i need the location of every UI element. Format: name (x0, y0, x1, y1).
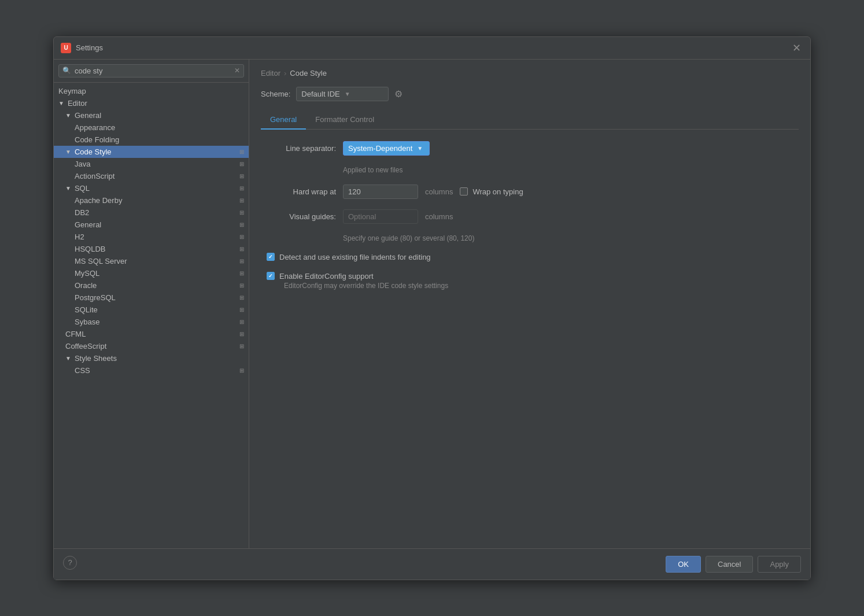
tab-formatter-control[interactable]: Formatter Control (306, 110, 383, 130)
sidebar-item-editor[interactable]: ▼ Editor (54, 97, 249, 109)
clear-icon[interactable]: ✕ (234, 67, 240, 75)
sidebar: 🔍 ✕ Keymap ▼ Editor ▼ General (54, 60, 249, 548)
dialog-title: Settings (76, 43, 103, 52)
sidebar-item-label: Oracle (75, 281, 97, 290)
page-icon: ⊞ (239, 258, 244, 264)
sidebar-item-label: Editor (68, 99, 87, 108)
sidebar-item-mssqlserver[interactable]: MS SQL Server ⊞ (54, 255, 249, 267)
tab-general[interactable]: General (261, 110, 306, 130)
sidebar-item-label: Style Sheets (75, 354, 117, 363)
expand-icon: ▼ (58, 100, 64, 106)
sidebar-item-label: Code Style (75, 147, 112, 156)
settings-dialog: U Settings ✕ 🔍 ✕ Keymap ▼ Editor (53, 36, 811, 580)
sidebar-item-general-sql[interactable]: General ⊞ (54, 219, 249, 231)
sidebar-item-coffeescript[interactable]: CoffeeScript ⊞ (54, 340, 249, 352)
sidebar-item-general[interactable]: ▼ General (54, 109, 249, 121)
sidebar-item-label: CSS (75, 366, 90, 375)
search-box: 🔍 ✕ (54, 60, 249, 83)
sidebar-item-label: Appearance (75, 123, 115, 132)
detect-indents-row: Detect and use existing file indents for… (267, 253, 799, 261)
wrap-on-typing-label: Wrap on typing (472, 187, 523, 196)
editorconfig-checkbox-row: Enable EditorConfig support (267, 272, 799, 281)
line-separator-row: Line separator: System-Dependent ▼ (261, 141, 799, 156)
page-icon: ⊞ (239, 222, 244, 228)
scheme-row: Scheme: Default IDE ▼ ⚙ (261, 87, 799, 101)
ok-button[interactable]: OK (666, 556, 701, 573)
hard-wrap-input[interactable] (343, 185, 418, 199)
page-icon: ⊞ (239, 270, 244, 276)
page-icon: ⊞ (239, 367, 244, 374)
line-separator-value: System-Dependent (348, 144, 412, 153)
sidebar-item-sql[interactable]: ▼ SQL ⊞ (54, 182, 249, 194)
visual-guides-input[interactable] (343, 209, 418, 224)
sidebar-item-style-sheets[interactable]: ▼ Style Sheets (54, 352, 249, 364)
page-icon: ⊞ (239, 185, 244, 191)
sidebar-item-mysql[interactable]: MySQL ⊞ (54, 267, 249, 279)
sidebar-item-label: Sybase (75, 318, 99, 326)
sidebar-item-sqlite[interactable]: SQLite ⊞ (54, 304, 249, 316)
app-icon: U (61, 43, 71, 53)
expand-icon: ▼ (65, 355, 71, 362)
sidebar-item-label: SQL (75, 184, 90, 193)
editorconfig-checkbox[interactable] (267, 272, 275, 280)
scheme-dropdown[interactable]: Default IDE ▼ (296, 87, 389, 101)
tabs-row: General Formatter Control (261, 110, 799, 130)
search-icon: 🔍 (62, 67, 71, 75)
page-icon: ⊞ (239, 197, 244, 204)
chevron-down-icon: ▼ (345, 91, 350, 97)
scheme-label: Scheme: (261, 90, 290, 98)
sidebar-item-actionscript[interactable]: ActionScript ⊞ (54, 170, 249, 182)
help-button[interactable]: ? (63, 556, 77, 570)
search-wrapper[interactable]: 🔍 ✕ (58, 64, 244, 78)
title-bar-left: U Settings (61, 43, 103, 53)
search-input[interactable] (75, 67, 231, 75)
detect-indents-checkbox[interactable] (267, 253, 275, 261)
page-icon: ⊞ (239, 246, 244, 252)
chevron-down-icon: ▼ (417, 145, 423, 152)
visual-guides-hint: Specify one guide (80) or several (80, 1… (343, 234, 799, 242)
page-icon: ⊞ (239, 161, 244, 167)
expand-icon: ▼ (65, 185, 71, 191)
sidebar-item-db2[interactable]: DB2 ⊞ (54, 206, 249, 219)
hard-wrap-label: Hard wrap at (261, 187, 336, 196)
cancel-button[interactable]: Cancel (706, 556, 753, 573)
sidebar-item-hsqldb[interactable]: HSQLDB ⊞ (54, 243, 249, 255)
breadcrumb-current: Code Style (290, 69, 327, 78)
breadcrumb: Editor › Code Style (261, 69, 799, 78)
sidebar-item-appearance[interactable]: Appearance (54, 121, 249, 134)
page-icon: ⊞ (239, 234, 244, 240)
sidebar-item-label: Keymap (58, 87, 86, 95)
sidebar-item-cfml[interactable]: CFML ⊞ (54, 328, 249, 340)
gear-icon[interactable]: ⚙ (394, 88, 403, 99)
sidebar-item-css[interactable]: CSS ⊞ (54, 364, 249, 377)
hard-wrap-row: Hard wrap at columns Wrap on typing (261, 185, 799, 199)
sidebar-item-keymap[interactable]: Keymap (54, 85, 249, 97)
line-separator-hint: Applied to new files (343, 166, 799, 174)
page-icon: ⊞ (239, 319, 244, 325)
apply-button[interactable]: Apply (758, 556, 801, 573)
wrap-on-typing-row: Wrap on typing (460, 187, 523, 196)
expand-icon: ▼ (65, 149, 71, 155)
wrap-on-typing-checkbox[interactable] (460, 187, 468, 196)
visual-guides-columns-label: columns (425, 212, 453, 221)
sidebar-item-label: PostgreSQL (75, 293, 116, 302)
page-icon: ⊞ (239, 173, 244, 179)
sidebar-item-label: Apache Derby (75, 196, 122, 205)
sidebar-item-code-style[interactable]: ▼ Code Style ⊞ (54, 146, 249, 158)
sidebar-item-postgresql[interactable]: PostgreSQL ⊞ (54, 292, 249, 304)
sidebar-item-apache-derby[interactable]: Apache Derby ⊞ (54, 194, 249, 206)
sidebar-item-code-folding[interactable]: Code Folding (54, 134, 249, 146)
visual-guides-row: Visual guides: columns (261, 209, 799, 224)
sidebar-item-label: SQLite (75, 305, 98, 314)
sidebar-item-java[interactable]: Java ⊞ (54, 158, 249, 170)
sidebar-item-label: H2 (75, 233, 84, 241)
sidebar-item-label: MySQL (75, 269, 99, 278)
breadcrumb-parent: Editor (261, 69, 280, 78)
sidebar-item-label: CoffeeScript (65, 342, 106, 351)
sidebar-item-oracle[interactable]: Oracle ⊞ (54, 279, 249, 292)
close-button[interactable]: ✕ (790, 42, 803, 54)
line-separator-dropdown[interactable]: System-Dependent ▼ (343, 141, 430, 156)
sidebar-item-h2[interactable]: H2 ⊞ (54, 231, 249, 243)
page-icon: ⊞ (239, 149, 244, 155)
sidebar-item-sybase[interactable]: Sybase ⊞ (54, 316, 249, 328)
